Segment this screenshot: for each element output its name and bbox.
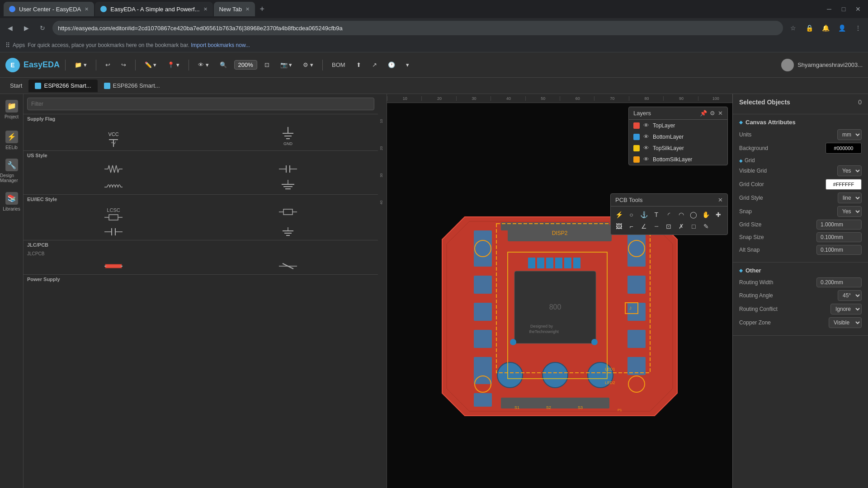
editor-tab-start[interactable]: Start: [4, 80, 28, 92]
nav-project[interactable]: 📁 Project: [0, 94, 23, 125]
svg-text:20: 20: [379, 146, 383, 150]
reload-button[interactable]: ↻: [36, 22, 49, 34]
browser-tab-1[interactable]: User Center - EasyEDA ✕: [4, 2, 94, 16]
jlc-comp2[interactable]: [202, 260, 374, 272]
extension-button-1[interactable]: 🔒: [803, 22, 816, 34]
us-resistor[interactable]: [27, 162, 200, 176]
editor-tab-2[interactable]: ESP8266 Smart...: [98, 80, 166, 92]
tab1-close[interactable]: ✕: [85, 6, 89, 12]
routing-conflict-select[interactable]: Ignore DRC: [830, 304, 862, 314]
tool-cross[interactable]: ✚: [713, 209, 724, 220]
nav-eelib[interactable]: ⚡ EELib: [0, 125, 23, 155]
tool-angle[interactable]: ∠: [638, 221, 649, 232]
undo-button[interactable]: ↩: [102, 58, 114, 72]
editor-tab-1[interactable]: ESP8266 Smart...: [28, 80, 97, 92]
fit-button[interactable]: ⊡: [261, 58, 273, 72]
share-button[interactable]: ↗: [368, 58, 381, 72]
tool-edit[interactable]: ✎: [701, 221, 712, 232]
background-color-box[interactable]: #000000: [826, 143, 862, 154]
routing-width-input[interactable]: [816, 277, 862, 287]
lcsc-item[interactable]: LCSC: [27, 206, 200, 224]
visible-grid-select[interactable]: Yes No: [837, 165, 862, 176]
import-button[interactable]: ⬆: [353, 58, 365, 72]
redo-button[interactable]: ↪: [118, 58, 130, 72]
vcc-component[interactable]: VCC +V: [27, 125, 200, 149]
more-button[interactable]: ▾: [402, 58, 413, 72]
snap-select[interactable]: Yes No: [837, 206, 862, 217]
canvas-area[interactable]: 10 20 30 40 50 60 70 80 90 100 10 20 30 …: [378, 94, 732, 488]
minimize-button[interactable]: ─: [823, 3, 835, 15]
tool-circle[interactable]: ○: [626, 209, 637, 220]
filter-input[interactable]: [27, 98, 374, 110]
nav-libraries[interactable]: 📚 Libraries: [0, 186, 23, 217]
tool-arc3[interactable]: ◯: [688, 209, 699, 220]
tool-route[interactable]: ⚡: [613, 209, 624, 220]
layers-close-icon[interactable]: ✕: [718, 110, 723, 117]
us-cap[interactable]: [202, 162, 374, 176]
tool-arc2[interactable]: ◠: [676, 209, 687, 220]
bom-button[interactable]: BOM: [328, 58, 349, 72]
snap-size-input[interactable]: [816, 232, 862, 242]
layer-topsilk[interactable]: 👁 TopSilkLayer: [629, 142, 727, 154]
zoom-display[interactable]: 200%: [234, 60, 257, 70]
tool-corner[interactable]: ⌐: [626, 221, 637, 232]
gnd-component[interactable]: GND: [202, 125, 374, 149]
nav-design-manager[interactable]: 🔧 Design Manager: [0, 155, 23, 186]
bottomlayer-eye[interactable]: 👁: [643, 133, 649, 140]
tool-rect[interactable]: □: [688, 221, 699, 232]
layer-bottomsilk[interactable]: 👁 BottomSilkLayer: [629, 154, 727, 165]
layer-bottomlayer[interactable]: 👁 BottomLayer: [629, 131, 727, 142]
draw-button[interactable]: ✏️ ▾: [141, 58, 160, 72]
file-button[interactable]: 📁 ▾: [71, 58, 90, 72]
tool-text[interactable]: T: [651, 209, 662, 220]
routing-angle-select[interactable]: 45° 90°: [838, 290, 862, 301]
bottomsilk-eye[interactable]: 👁: [643, 156, 649, 163]
view-button[interactable]: 👁 ▾: [194, 58, 212, 72]
bookmark-button[interactable]: ☆: [787, 22, 799, 34]
history-button[interactable]: 🕐: [384, 58, 399, 72]
eu-cap2[interactable]: [27, 225, 200, 238]
back-button[interactable]: ◀: [4, 22, 16, 34]
jlc-comp1[interactable]: [27, 260, 200, 272]
layers-pin-icon[interactable]: 📌: [700, 110, 707, 117]
eu-gnd2[interactable]: [202, 225, 374, 238]
forward-button[interactable]: ▶: [20, 22, 33, 34]
place-button[interactable]: 📍 ▾: [164, 58, 183, 72]
tool-arc1[interactable]: ◜: [663, 209, 674, 220]
import-bookmarks-link[interactable]: Import bookmarks now...: [191, 42, 250, 48]
alt-snap-input[interactable]: [816, 245, 862, 255]
tool-hand[interactable]: ✋: [701, 209, 712, 220]
browser-tab-3[interactable]: New Tab ✕: [214, 2, 255, 16]
browser-tab-2[interactable]: EasyEDA - A Simple and Powerf... ✕: [95, 2, 212, 16]
menu-button[interactable]: ⋮: [852, 22, 864, 34]
extension-button-2[interactable]: 🔔: [819, 22, 832, 34]
layer-toplayer[interactable]: 👁 TopLayer: [629, 120, 727, 131]
tool-dash[interactable]: ┄: [651, 221, 662, 232]
user-button[interactable]: 👤: [835, 22, 848, 34]
tab3-close[interactable]: ✕: [245, 6, 250, 12]
camera-button[interactable]: 📷 ▾: [277, 58, 296, 72]
maximize-button[interactable]: □: [837, 3, 850, 15]
tool-cross2[interactable]: ✗: [676, 221, 687, 232]
grid-style-select[interactable]: line dot: [838, 192, 862, 203]
eu-resistor[interactable]: [202, 206, 374, 224]
us-gnd[interactable]: [202, 178, 374, 192]
tools-button[interactable]: ⚙ ▾: [299, 58, 317, 72]
topsilk-eye[interactable]: 👁: [643, 145, 649, 151]
us-inductor[interactable]: [27, 178, 200, 192]
grid-color-box[interactable]: #FFFFFF: [826, 179, 862, 190]
zoom-in-button[interactable]: 🔍: [216, 58, 231, 72]
pcb-tools-close[interactable]: ✕: [718, 197, 723, 203]
tool-anchor[interactable]: ⚓: [638, 209, 649, 220]
toplayer-eye[interactable]: 👁: [643, 122, 649, 129]
tool-img[interactable]: 🖼: [613, 221, 624, 232]
grid-size-input[interactable]: [816, 220, 862, 230]
units-select[interactable]: mm mil: [837, 129, 862, 140]
tab2-close[interactable]: ✕: [203, 6, 208, 12]
url-input[interactable]: [52, 21, 783, 35]
close-window-button[interactable]: ✕: [852, 3, 864, 15]
copper-zone-select[interactable]: Visible Hidden: [829, 317, 862, 328]
tool-rect-sel[interactable]: ⊡: [663, 221, 674, 232]
new-tab-button[interactable]: +: [256, 3, 269, 15]
layers-settings-icon[interactable]: ⚙: [710, 110, 715, 117]
